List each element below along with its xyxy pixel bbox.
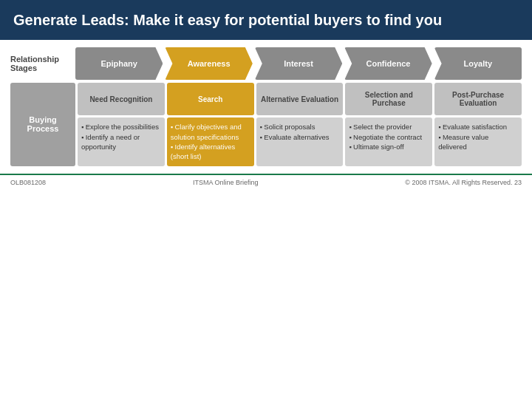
- col-epiphany: Need Recognition Explore the possibiliti…: [78, 83, 165, 166]
- buying-process-table: Buying Process Need Recognition Explore …: [10, 83, 522, 166]
- buying-process-label: Buying Process: [10, 83, 75, 166]
- col-awareness: Search Clarify objectives and solution s…: [167, 83, 254, 166]
- stage-loyalty: Loyalty: [434, 47, 522, 80]
- confidence-bullet3: Ultimate sign-off: [349, 142, 429, 152]
- col-interest-header: Alternative Evaluation: [256, 83, 344, 115]
- col-confidence: Selection and Purchase Select the provid…: [345, 83, 432, 166]
- interest-bullet2: Evaluate alternatives: [260, 132, 340, 143]
- stage-awareness: Awareness: [165, 47, 252, 80]
- page-title: Generate Leads: Make it easy for potenti…: [0, 0, 532, 40]
- col-confidence-body: Select the provider Negotiate the contra…: [345, 117, 432, 166]
- epiphany-bullet2: Identify a need or opportunity: [81, 132, 161, 152]
- col-epiphany-body: Explore the possibilities Identify a nee…: [78, 117, 165, 166]
- awareness-bullet2: Identify alternatives (short list): [171, 142, 250, 162]
- col-loyalty-header: Post-Purchase Evaluation: [434, 83, 522, 115]
- footer-right: © 2008 ITSMA. All Rights Reserved. 23: [405, 179, 522, 186]
- stage-interest: Interest: [255, 47, 342, 80]
- row-label-column: Buying Process: [10, 83, 75, 166]
- relationship-stages-row: Relationship Stages Epiphany Awareness I…: [10, 47, 522, 80]
- col-interest-body: Solicit proposals Evaluate alternatives: [256, 117, 344, 166]
- footer: OLB081208 ITSMA Online Briefing © 2008 I…: [0, 174, 532, 186]
- footer-center: ITSMA Online Briefing: [193, 179, 259, 186]
- stage-epiphany: Epiphany: [75, 47, 163, 80]
- col-awareness-header: Search: [167, 83, 254, 115]
- loyalty-bullet2: Measure value delivered: [438, 132, 518, 152]
- interest-bullet1: Solicit proposals: [260, 122, 340, 132]
- stages-cells: Epiphany Awareness Interest Confidence L…: [75, 47, 522, 80]
- confidence-bullet2: Negotiate the contract: [349, 132, 429, 143]
- col-interest: Alternative Evaluation Solicit proposals…: [256, 83, 344, 166]
- awareness-bullet1: Clarify objectives and solution specific…: [171, 122, 250, 142]
- relationship-stages-label: Relationship Stages: [10, 47, 75, 80]
- data-columns: Need Recognition Explore the possibiliti…: [78, 83, 522, 166]
- footer-left: OLB081208: [10, 179, 46, 186]
- col-epiphany-header: Need Recognition: [78, 83, 165, 115]
- confidence-bullet1: Select the provider: [349, 122, 429, 132]
- stage-confidence: Confidence: [344, 47, 432, 80]
- epiphany-bullet1: Explore the possibilities: [81, 122, 161, 132]
- col-loyalty-body: Evaluate satisfaction Measure value deli…: [434, 117, 522, 166]
- main-content: Relationship Stages Epiphany Awareness I…: [0, 40, 532, 171]
- col-loyalty: Post-Purchase Evaluation Evaluate satisf…: [434, 83, 522, 166]
- col-awareness-body: Clarify objectives and solution specific…: [167, 117, 254, 166]
- loyalty-bullet1: Evaluate satisfaction: [438, 122, 518, 132]
- col-confidence-header: Selection and Purchase: [345, 83, 432, 115]
